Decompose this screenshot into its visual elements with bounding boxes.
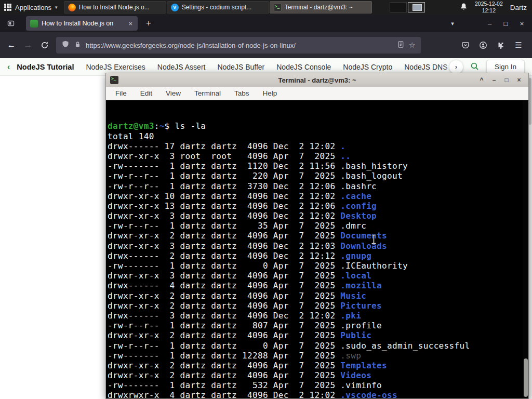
terminal-line: drwxr-xr-x 3 root root 4096 Apr 7 2025 .… <box>108 151 528 161</box>
close-button[interactable]: × <box>513 75 525 85</box>
terminal-body[interactable]: dartz@vm3:~$ ls -latotal 140drwx------ 1… <box>106 100 528 398</box>
terminal-window-icon <box>110 76 118 84</box>
forward-button[interactable]: → <box>20 37 36 54</box>
panel-clock[interactable]: 2025-12-02 12:12 <box>475 1 503 14</box>
applications-grid-icon <box>4 4 11 11</box>
notification-bell-icon[interactable] <box>460 3 468 12</box>
gfg-nav-item-tutorial[interactable]: NodeJS Tutorial <box>17 63 74 71</box>
menu-terminal[interactable]: Terminal <box>194 89 221 97</box>
account-icon[interactable] <box>475 37 491 54</box>
user-label: Dartz <box>510 4 527 11</box>
search-icon[interactable] <box>470 62 479 72</box>
maximize-button[interactable]: □ <box>498 16 514 31</box>
menu-view[interactable]: View <box>166 89 181 97</box>
top-panel: Applications ▾ How to Install Node.js o.… <box>0 0 532 15</box>
url-bar[interactable]: https://www.geeksforgeeks.org/node-js/in… <box>56 37 421 54</box>
taskbar-item-firefox[interactable]: How to Install Node.js o... <box>64 1 166 14</box>
chevron-left-icon[interactable]: ‹ <box>7 62 10 72</box>
workspace-switcher <box>390 2 425 12</box>
taskbar: How to Install Node.js o... Settings - c… <box>64 0 372 15</box>
firefox-view-icon[interactable] <box>4 17 18 30</box>
terminal-line: -rw-r--r-- 1 dartz dartz 220 Apr 7 2025 … <box>108 171 528 181</box>
terminal-line: -rw-r--r-- 1 dartz dartz 35 Apr 7 2025 .… <box>108 221 528 231</box>
terminal-line: -rw------- 1 dartz dartz 1120 Dec 2 11:5… <box>108 161 528 171</box>
terminal-line: -rw------- 1 dartz dartz 532 Apr 7 2025 … <box>108 380 528 390</box>
pocket-icon[interactable] <box>457 37 474 54</box>
menu-tabs[interactable]: Tabs <box>234 89 249 97</box>
gfg-nav-item[interactable]: NodeJS Buffer <box>217 63 264 71</box>
tab-favicon <box>30 20 38 28</box>
terminal-scrollbar-thumb[interactable] <box>524 358 528 397</box>
terminal-window: Terminal - dartz@vm3: ~ ^ – □ × File Edi… <box>105 73 529 399</box>
terminal-line: drwx------ 17 dartz dartz 4096 Dec 2 12:… <box>108 141 528 151</box>
url-text[interactable]: https://www.geeksforgeeks.org/node-js/in… <box>86 42 393 49</box>
menu-hamburger-icon[interactable]: ☰ <box>510 37 527 54</box>
minimize-button[interactable]: – <box>482 16 498 31</box>
terminal-titlebar[interactable]: Terminal - dartz@vm3: ~ ^ – □ × <box>106 73 528 87</box>
new-tab-button[interactable]: + <box>142 17 155 30</box>
terminal-total-line: total 140 <box>108 131 528 141</box>
applications-label: Applications <box>15 4 51 11</box>
taskbar-item-label: Terminal - dartz@vm3: ~ <box>285 4 368 11</box>
terminal-line: drwxr-xr-x 3 dartz dartz 4096 Apr 7 2025… <box>108 271 528 281</box>
terminal-icon <box>274 4 282 11</box>
applications-menu-button[interactable]: Applications ▾ <box>0 0 64 15</box>
browser-window-controls: – □ × <box>482 16 530 31</box>
panel-status-area: 2025-12-02 12:12 Dartz <box>460 1 532 14</box>
tracking-shield-icon[interactable] <box>61 40 70 50</box>
workspace-2-current[interactable] <box>408 2 425 12</box>
taskbar-item-label: Settings - codium script... <box>182 4 265 11</box>
bookmark-star-icon[interactable]: ☆ <box>409 41 416 50</box>
list-all-tabs-icon[interactable]: ▾ <box>445 16 460 31</box>
menu-edit[interactable]: Edit <box>140 89 152 97</box>
clock-time: 12:12 <box>475 7 503 14</box>
back-button[interactable]: ← <box>3 37 20 54</box>
terminal-line: drwxr-xr-x 3 dartz dartz 4096 Dec 2 12:0… <box>108 211 528 221</box>
terminal-line: drwxrwxr-x 4 dartz dartz 4096 Dec 2 12:0… <box>108 390 528 398</box>
terminal-window-controls: ^ – □ × <box>475 75 525 85</box>
terminal-line: -rw-r--r-- 1 dartz dartz 3730 Dec 2 12:0… <box>108 181 528 191</box>
terminal-line: drwxr-xr-x 2 dartz dartz 4096 Apr 7 2025… <box>108 370 528 380</box>
gfg-nav-item[interactable]: NodeJS Console <box>276 63 331 71</box>
menu-help[interactable]: Help <box>263 89 277 97</box>
terminal-line: drwxr-xr-x 2 dartz dartz 4096 Apr 7 2025… <box>108 361 528 370</box>
terminal-scrollbar[interactable] <box>523 100 528 398</box>
terminal-line: -rw-r--r-- 1 dartz dartz 807 Apr 7 2025 … <box>108 321 528 330</box>
reader-mode-icon[interactable] <box>397 41 405 50</box>
terminal-line: drwxr-xr-x 3 dartz dartz 4096 Dec 2 12:0… <box>108 241 528 251</box>
extensions-icon[interactable] <box>493 37 509 54</box>
terminal-line: drwx------ 2 dartz dartz 4096 Dec 2 12:1… <box>108 251 528 261</box>
browser-tab[interactable]: How to Install Node.js on × <box>26 16 138 31</box>
tabbar-controls: ▾ – □ × <box>445 16 530 31</box>
minimize-button[interactable]: – <box>488 75 500 85</box>
gfg-nav-item[interactable]: NodeJS Assert <box>157 63 206 71</box>
sign-in-button[interactable]: Sign In <box>486 60 525 74</box>
taskbar-item-label: How to Install Node.js o... <box>79 4 162 11</box>
tab-title: How to Install Node.js on <box>42 20 124 27</box>
close-button[interactable]: × <box>514 16 530 31</box>
terminal-title: Terminal - dartz@vm3: ~ <box>106 76 528 84</box>
terminal-output: dartz@vm3:~$ ls -latotal 140drwx------ 1… <box>108 121 528 398</box>
workspace-1[interactable] <box>390 2 407 12</box>
clock-date: 2025-12-02 <box>475 1 503 7</box>
terminal-line: drwx------ 4 dartz dartz 4096 Apr 7 2025… <box>108 281 528 290</box>
taskbar-item-codium[interactable]: Settings - codium script... <box>167 1 269 14</box>
terminal-line: -rw------- 1 dartz dartz 12288 Apr 7 202… <box>108 351 528 361</box>
taskbar-item-terminal[interactable]: Terminal - dartz@vm3: ~ <box>270 1 372 14</box>
terminal-line: drwxr-xr-x 2 dartz dartz 4096 Apr 7 2025… <box>108 291 528 301</box>
browser-navbar: ← → https://www.geeksforgeeks.org/node-j… <box>0 32 532 58</box>
terminal-line: drwxr-xr-x 2 dartz dartz 4096 Apr 7 2025… <box>108 330 528 340</box>
lock-icon[interactable] <box>74 41 82 50</box>
desktop: Applications ▾ How to Install Node.js o.… <box>0 0 532 399</box>
reload-button[interactable] <box>36 37 53 54</box>
chevron-right-icon[interactable]: › <box>449 60 463 74</box>
gfg-nav-item[interactable]: NodeJS DNS <box>404 63 447 71</box>
terminal-line: drwxr-xr-x 10 dartz dartz 4096 Dec 2 12:… <box>108 191 528 201</box>
codium-icon <box>171 4 179 11</box>
gfg-nav-item[interactable]: NodeJS Exercises <box>86 63 145 71</box>
shade-button[interactable]: ^ <box>475 75 488 85</box>
tab-close-icon[interactable]: × <box>127 20 134 28</box>
gfg-nav-item[interactable]: NodeJS Crypto <box>343 63 392 71</box>
maximize-button[interactable]: □ <box>500 75 513 85</box>
menu-file[interactable]: File <box>115 89 127 97</box>
